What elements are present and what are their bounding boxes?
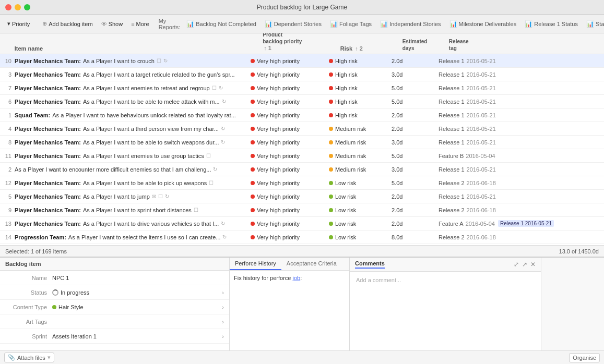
report-foliage-tags[interactable]: 📊 Foliage Tags (327, 19, 375, 29)
message-icon: ☐ (212, 85, 217, 91)
report-independent-stories[interactable]: 📊 Independent Stories (377, 19, 444, 29)
row-number: 11 (0, 153, 15, 159)
table-row[interactable]: 14Progression Team: As a Player I want t… (0, 230, 604, 244)
add-label: Add backlog item (49, 21, 92, 27)
organise-button[interactable]: Organise (569, 353, 600, 362)
window-title: Product backlog for Large Game (257, 4, 347, 11)
refresh-icon: ↻ (163, 58, 168, 64)
maximize-button[interactable] (24, 4, 30, 10)
table-row[interactable]: 1Squad Team: As a Player I want to have … (0, 108, 604, 122)
bottom-footer: 📎 Attach files ▾ Organise (0, 350, 604, 364)
close-icon[interactable]: ✕ (530, 261, 536, 268)
comment-placeholder: Add a comment... (354, 275, 537, 285)
row-priority: Very high priority (251, 221, 329, 227)
row-days: 5.0d (392, 180, 439, 186)
table-row[interactable]: 8Player Mechanics Team: As a Player I wa… (0, 136, 604, 149)
risk-dot-icon (329, 222, 333, 226)
row-risk: High risk (329, 58, 392, 64)
report-label-2: Foliage Tags (339, 21, 372, 27)
organise-label: Organise (573, 355, 596, 361)
table-row[interactable]: 11Player Mechanics Team: As a Player I w… (0, 149, 604, 163)
comments-tab[interactable]: Comments (355, 260, 385, 269)
add-backlog-item-button[interactable]: ⊕ Add backlog item (39, 19, 96, 29)
report-status[interactable]: 📊 Status (583, 19, 604, 29)
priority-dot-icon (251, 140, 255, 144)
detail-value-name[interactable]: NPC 1 (52, 275, 224, 281)
tab-perforce-content: Fix history for perforce job: (230, 271, 349, 350)
report-dependent-stories[interactable]: 📊 Dependent Stories (262, 19, 325, 29)
sort-arrow-risk: ↑ 2 (355, 45, 363, 52)
close-button[interactable] (5, 4, 11, 10)
table-row[interactable]: 4Player Mechanics Team: As a Player I wa… (0, 122, 604, 136)
refresh-icon: ↻ (213, 166, 217, 172)
row-risk: Medium risk (329, 126, 392, 132)
detail-value-sprint[interactable]: Assets Iteration 1 › (52, 333, 224, 339)
risk-dot-icon (329, 100, 333, 104)
row-number: 9 (0, 207, 15, 213)
attach-files-button[interactable]: 📎 Attach files ▾ (4, 353, 54, 362)
row-title: As a Player I want to encounter more dif… (15, 166, 251, 173)
table-row[interactable]: 6Player Mechanics Team: As a Player I wa… (0, 95, 604, 108)
external-link-icon[interactable]: ↗ (522, 261, 527, 268)
table-row[interactable]: 2As a Player I want to encounter more di… (0, 163, 604, 176)
table-row[interactable]: 13Player Mechanics Team: As a Player I w… (0, 217, 604, 230)
minimize-button[interactable] (15, 4, 21, 10)
report-milestone-deliverables[interactable]: 📊 Milestone Deliverables (446, 19, 520, 29)
row-number: 6 (0, 99, 15, 105)
table-row[interactable]: 12Player Mechanics Team: As a Player I w… (0, 176, 604, 190)
attach-icon: 📎 (8, 354, 15, 361)
tab-perforce-history[interactable]: Perforce History (230, 258, 281, 270)
priority-dot-icon (251, 113, 255, 117)
row-release: Release 12016-05-21 (439, 99, 595, 105)
row-risk: High risk (329, 85, 392, 91)
row-priority: Very high priority (251, 193, 329, 200)
row-release: Feature A2016-05-04Release 1 2016-05-21 (439, 220, 595, 227)
table-row[interactable]: 3Player Mechanics Team: As a Player I wa… (0, 68, 604, 81)
row-risk: High risk (329, 99, 392, 105)
detail-field-status: Status In progress › (0, 285, 229, 300)
report-backlog-not-completed[interactable]: 📊 Backlog Not Completed (183, 19, 259, 29)
row-release: Release 12016-05-21 (439, 126, 595, 132)
detail-field-content-type: Content Type Hair Style › (0, 300, 229, 314)
my-reports-label: My Reports: (159, 18, 181, 30)
risk-dot-icon (329, 72, 333, 77)
row-release: Release 12016-05-21 (439, 85, 595, 91)
comment-input-area[interactable]: Add a comment... (350, 272, 541, 350)
table-row[interactable]: 10Player Mechanics Team: As a Player I w… (0, 54, 604, 68)
refresh-icon: ↻ (221, 139, 225, 145)
risk-dot-icon (329, 140, 333, 144)
report-label-0: Backlog Not Completed (196, 21, 256, 27)
row-release: Release 12016-05-21 (439, 166, 595, 173)
tab-acceptance-criteria[interactable]: Acceptance Criteria (281, 258, 342, 270)
row-priority: Very high priority (251, 85, 329, 91)
report-label-1: Dependent Stories (274, 21, 322, 27)
risk-dot-icon (329, 86, 333, 90)
table-row[interactable]: 5Player Mechanics Team: As a Player I wa… (0, 190, 604, 203)
row-risk: Medium risk (329, 166, 392, 173)
priority-dropdown[interactable]: ▾ Priority (4, 19, 33, 29)
show-button[interactable]: 👁 Show (98, 19, 126, 29)
report-release1-status[interactable]: 📊 Release 1 Status (522, 19, 581, 29)
row-release: Release 22016-06-18 (439, 180, 595, 186)
row-number: 1 (0, 112, 15, 118)
expand-icon[interactable]: ⤢ (514, 261, 519, 268)
col-header-risk[interactable]: Risk ↑ 2 (340, 45, 402, 52)
lines-icon: ≡ (131, 21, 134, 27)
table-row[interactable]: 7Player Mechanics Team: As a Player I wa… (0, 81, 604, 95)
table-row[interactable]: 9Player Mechanics Team: As a Player I wa… (0, 203, 604, 217)
report-label-6: Status (596, 21, 604, 27)
far-right-panel (541, 258, 604, 350)
more-button[interactable]: ≡ More (128, 19, 152, 29)
refresh-icon: ↻ (165, 193, 169, 199)
col-header-product-priority[interactable]: Productbacklog priority ↑ 1 (263, 33, 340, 52)
detail-label-art-tags: Art Tags (5, 319, 52, 325)
risk-dot-icon (329, 208, 333, 212)
detail-value-status[interactable]: In progress › (52, 289, 224, 296)
detail-value-content-type[interactable]: Hair Style › (52, 304, 224, 310)
priority-dot-icon (251, 100, 255, 104)
perforce-link[interactable]: job (292, 275, 300, 281)
row-priority: Very high priority (251, 139, 329, 145)
detail-value-art-tags[interactable]: › (52, 319, 224, 325)
risk-dot-icon (329, 154, 333, 158)
chart-icon-4: 📊 (449, 20, 457, 28)
